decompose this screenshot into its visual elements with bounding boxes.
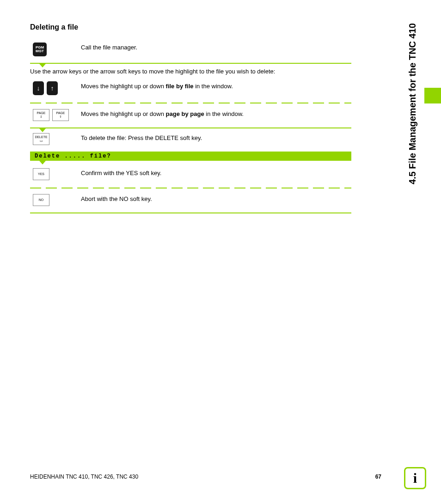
key-group: DELETE ▭: [30, 133, 81, 145]
step-description: Abort with the NO soft key.: [81, 194, 351, 203]
key-label-top: DELETE: [35, 135, 47, 139]
key-group: NO: [30, 194, 81, 206]
separator-solid: [30, 213, 351, 213]
key-label-top: PAGE: [56, 111, 65, 115]
text: in the window.: [204, 110, 244, 117]
info-icon: i: [404, 467, 426, 489]
step-description: Call the file manager.: [81, 43, 351, 52]
text-bold: page by page: [166, 110, 204, 117]
step-description: Moves the highlight up or down page by p…: [81, 109, 351, 118]
page-down-softkey: PAGE ⇩: [33, 109, 49, 121]
intro-text: Use the arrow keys or the arrow soft key…: [30, 67, 351, 76]
text: in the window.: [194, 83, 233, 90]
step-description: To delete the file: Press the DELETE sof…: [81, 133, 351, 142]
delete-icon: ▭: [40, 139, 43, 143]
page-content: Deleting a file PGM MGT Call the file ma…: [0, 0, 384, 234]
step-no: NO Abort with the NO soft key.: [30, 191, 351, 211]
key-group: ↓ ↑: [30, 81, 81, 95]
key-label: NO: [39, 198, 44, 202]
page-up-softkey: PAGE ⇧: [52, 109, 69, 121]
step-file-by-file: ↓ ↑ Moves the highlight up or down file …: [30, 79, 351, 100]
page-footer: HEIDENHAIN TNC 410, TNC 426, TNC 430 67: [30, 474, 381, 480]
down-arrow-icon: ⇩: [40, 115, 43, 119]
separator-arrow: [30, 63, 351, 64]
pgm-mgt-key: PGM MGT: [33, 43, 47, 56]
delete-softkey: DELETE ▭: [33, 133, 49, 145]
text: Moves the highlight up or down: [81, 83, 166, 90]
key-group: PGM MGT: [30, 43, 81, 56]
separator-dashed: [30, 103, 351, 103]
step-page-by-page: PAGE ⇩ PAGE ⇧ Moves the highlight up or …: [30, 106, 351, 126]
separator-arrow: [30, 128, 351, 128]
no-softkey: NO: [33, 194, 49, 206]
key-label-line2: MGT: [36, 49, 44, 53]
arrow-down-key: ↓: [33, 81, 44, 95]
key-group: PAGE ⇩ PAGE ⇧: [30, 109, 81, 121]
key-group: YES: [30, 168, 81, 180]
side-tab: [424, 88, 441, 103]
side-section-title: 4.5 File Management for the TNC 410: [407, 23, 418, 184]
step-description: Moves the highlight up or down file by f…: [81, 81, 351, 91]
step-description: Confirm with the YES soft key.: [81, 168, 351, 177]
key-label: YES: [38, 172, 44, 176]
arrow-up-key: ↑: [47, 81, 58, 95]
step-delete: DELETE ▭ To delete the file: Press the D…: [30, 130, 351, 150]
footer-left: HEIDENHAIN TNC 410, TNC 426, TNC 430: [30, 474, 138, 480]
step-call-file-manager: PGM MGT Call the file manager.: [30, 40, 351, 61]
yes-softkey: YES: [33, 168, 49, 180]
step-yes: YES Confirm with the YES soft key.: [30, 165, 351, 185]
separator-dashed: [30, 188, 351, 188]
text: Moves the highlight up or down: [81, 110, 166, 117]
text-bold: file by file: [166, 83, 194, 90]
page-number: 67: [375, 474, 381, 480]
section-title: Deleting a file: [30, 23, 351, 31]
prompt-bar: Delete ..... file?: [30, 152, 351, 161]
up-arrow-icon: ⇧: [59, 115, 62, 119]
key-label-top: PAGE: [37, 111, 46, 115]
